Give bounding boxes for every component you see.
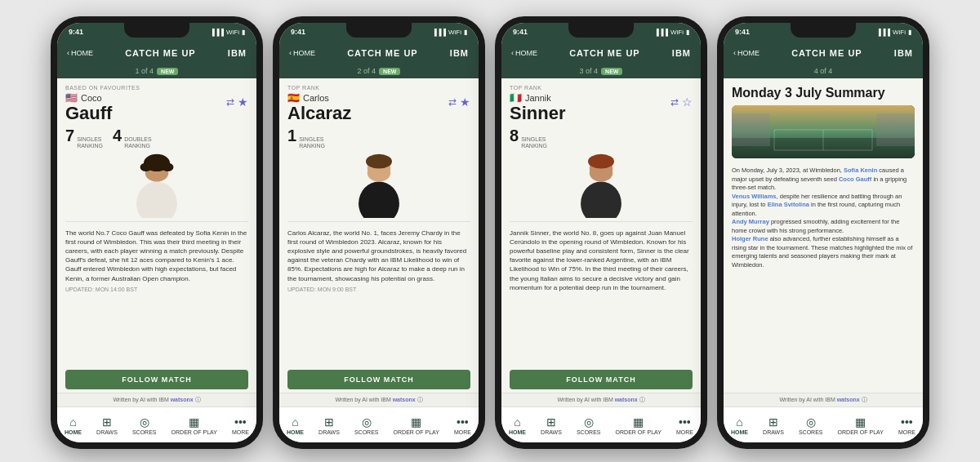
battery-icon-4: ▮	[908, 29, 911, 36]
player-actions-2: ⇄ ★	[448, 96, 470, 109]
follow-match-btn-1[interactable]: FOLLOW MATCH	[65, 370, 248, 389]
summary-image-4	[732, 105, 915, 158]
nav-item-scores-1[interactable]: ◎ SCORES	[132, 415, 157, 435]
nav-item-scores-3[interactable]: ◎ SCORES	[577, 415, 601, 435]
follow-match-btn-2[interactable]: FOLLOW MATCH	[287, 370, 470, 389]
nav-item-home-4[interactable]: ⌂ HOME	[731, 415, 748, 435]
player-image-area-1	[57, 153, 256, 218]
top-nav-2: ‹ HOME CATCH ME UP IBM	[279, 41, 479, 65]
progress-bar-3: 3 of 4 NEW	[501, 65, 701, 78]
svg-rect-19	[876, 113, 915, 146]
star-icon-2[interactable]: ★	[460, 96, 470, 109]
status-time-3: 9:41	[513, 28, 528, 36]
notch-3	[568, 23, 634, 38]
filter-icon-3[interactable]: ⇄	[670, 96, 679, 108]
top-nav-3: ‹ HOME CATCH ME UP IBM	[501, 41, 701, 65]
summary-title-4: Monday 3 July Summary	[732, 85, 915, 100]
watson-bar-1: Written by AI with IBM watsonx ⓘ	[57, 393, 256, 406]
phone-3: 9:41 ▐▐▐ WiFi ▮ ‹ HOME CATCH ME UP IBM 3…	[495, 16, 707, 449]
ranking-singles-number-3: 8	[510, 127, 519, 145]
nav-home-label-1[interactable]: HOME	[71, 49, 93, 57]
ranking-row-1: 7 SINGLESRANKING 4 DOUBLESRANKING	[65, 127, 248, 149]
more-icon-3: •••	[679, 415, 691, 429]
nav-ibm-2: IBM	[450, 48, 469, 58]
nav-item-home-1[interactable]: ⌂ HOME	[65, 415, 82, 435]
highlight-rune: Holger Rune	[732, 235, 768, 242]
highlight-venus: Venus Williams	[732, 193, 777, 200]
nav-title-4: CATCH ME UP	[791, 48, 862, 58]
nav-item-draws-3[interactable]: ⊞ DRAWS	[541, 415, 562, 435]
nav-home-3[interactable]: ‹ HOME	[511, 49, 537, 57]
phone-4: 9:41 ▐▐▐ WiFi ▮ ‹ HOME CATCH ME UP IBM 4…	[717, 16, 929, 449]
nav-item-orderofplay-3[interactable]: ▦ ORDER OF PLAY	[616, 415, 662, 435]
scores-icon-1: ◎	[140, 415, 149, 429]
orderofplay-label-2: ORDER OF PLAY	[394, 429, 439, 435]
scores-label-3: SCORES	[577, 429, 601, 435]
wifi-icon-3: WiFi	[670, 29, 684, 36]
filter-icon-1[interactable]: ⇄	[226, 96, 234, 108]
scores-label-4: SCORES	[799, 429, 823, 435]
signal-icon-4: ▐▐▐	[876, 29, 890, 36]
filter-icon-2[interactable]: ⇄	[448, 96, 457, 108]
nav-home-label-3[interactable]: HOME	[515, 49, 537, 57]
nav-home-4[interactable]: ‹ HOME	[733, 49, 760, 57]
status-icons-3: ▐▐▐ WiFi ▮	[654, 29, 689, 36]
content-area-1: BASED ON FAVOURITES 🇺🇸 Coco Gauff ⇄ ★	[57, 78, 256, 406]
nav-item-more-2[interactable]: ••• MORE	[454, 415, 471, 435]
svg-point-1	[136, 181, 177, 217]
player-header-2: 🇪🇸 Carlos Alcaraz ⇄ ★	[287, 92, 470, 123]
screen-3: 9:41 ▐▐▐ WiFi ▮ ‹ HOME CATCH ME UP IBM 3…	[501, 23, 701, 442]
more-label-1: MORE	[232, 429, 249, 435]
nav-item-orderofplay-4[interactable]: ▦ ORDER OF PLAY	[838, 415, 884, 435]
scores-label-1: SCORES	[132, 429, 157, 435]
nav-home-label-2[interactable]: HOME	[293, 49, 315, 57]
summary-card-4: Monday 3 July Summary	[724, 78, 923, 167]
nav-item-more-4[interactable]: ••• MORE	[898, 415, 915, 435]
highlight-svitolina: Elina Svitolina	[768, 201, 809, 208]
description-area-3: Jannik Sinner, the world No. 8, goes up …	[501, 225, 701, 366]
phone-1: 9:41 ▐▐▐ WiFi ▮ ‹ HOME CATCH ME UP IBM 1…	[51, 16, 263, 449]
nav-item-draws-2[interactable]: ⊞ DRAWS	[318, 415, 340, 435]
player-name-section-2: 🇪🇸 Carlos Alcaraz	[287, 92, 351, 123]
svg-point-9	[366, 153, 392, 168]
nav-item-scores-2[interactable]: ◎ SCORES	[354, 415, 379, 435]
draws-icon-2: ⊞	[324, 415, 334, 429]
ranking-singles-label-3: SINGLESRANKING	[521, 136, 547, 149]
nav-ibm-1: IBM	[228, 48, 247, 58]
court-photo	[732, 105, 915, 158]
signal-icon-2: ▐▐▐	[432, 29, 446, 36]
star-icon-1[interactable]: ★	[238, 96, 248, 109]
nav-item-orderofplay-1[interactable]: ▦ ORDER OF PLAY	[172, 415, 217, 435]
bottom-nav-3: ⌂ HOME ⊞ DRAWS ◎ SCORES ▦ ORDER OF PLAY …	[501, 406, 701, 442]
nav-home-1[interactable]: ‹ HOME	[67, 49, 93, 57]
nav-home-label-4[interactable]: HOME	[737, 49, 760, 57]
player-image-area-3	[501, 153, 701, 218]
battery-icon-3: ▮	[686, 29, 689, 36]
screen-2: 9:41 ▐▐▐ WiFi ▮ ‹ HOME CATCH ME UP IBM 2…	[279, 23, 479, 442]
description-area-1: The world No.7 Coco Gauff was defeated b…	[57, 225, 256, 366]
nav-home-2[interactable]: ‹ HOME	[289, 49, 315, 57]
battery-icon-2: ▮	[464, 29, 467, 36]
nav-item-draws-1[interactable]: ⊞ DRAWS	[96, 415, 118, 435]
player-image-area-2	[279, 153, 479, 218]
based-on-label-1: BASED ON FAVOURITES	[65, 85, 248, 91]
nav-item-home-3[interactable]: ⌂ HOME	[509, 415, 526, 435]
follow-match-btn-3[interactable]: FOLLOW MATCH	[510, 370, 693, 389]
svg-point-7	[359, 181, 399, 217]
summary-scroll-4: On Monday, July 3, 2023, at Wimbledon, S…	[724, 167, 923, 393]
nav-item-orderofplay-2[interactable]: ▦ ORDER OF PLAY	[394, 415, 439, 435]
ranking-singles-number-2: 1	[287, 127, 296, 145]
star-icon-3[interactable]: ☆	[682, 96, 693, 109]
nav-item-more-1[interactable]: ••• MORE	[232, 415, 249, 435]
nav-item-home-2[interactable]: ⌂ HOME	[287, 415, 304, 435]
draws-label-4: DRAWS	[763, 429, 784, 435]
player-card-1: BASED ON FAVOURITES 🇺🇸 Coco Gauff ⇄ ★	[57, 78, 256, 153]
nav-item-scores-4[interactable]: ◎ SCORES	[799, 415, 823, 435]
more-label-2: MORE	[454, 429, 471, 435]
orderofplay-label-1: ORDER OF PLAY	[172, 429, 217, 435]
nav-item-draws-4[interactable]: ⊞ DRAWS	[763, 415, 784, 435]
status-time-1: 9:41	[69, 28, 83, 36]
nav-item-more-3[interactable]: ••• MORE	[676, 415, 693, 435]
home-icon-3: ⌂	[514, 415, 520, 429]
watson-text-2: Written by AI with IBM watsonx ⓘ	[335, 397, 422, 402]
